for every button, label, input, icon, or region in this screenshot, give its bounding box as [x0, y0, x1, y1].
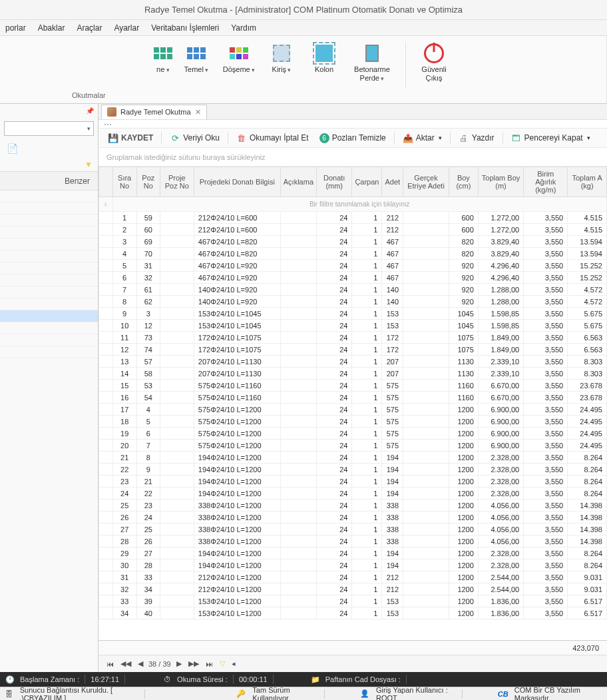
ribbon-kolon[interactable]: Kolon [305, 41, 343, 75]
table-row[interactable]: 31 33 212Φ24/10 L=1200 24 1 212 1200 2.5… [99, 571, 607, 583]
table-row[interactable]: 6 32 467Φ24/10 L=920 24 1 467 920 4.296,… [99, 272, 607, 284]
table-row[interactable]: 21 8 194Φ24/10 L=1200 24 1 194 1200 2.32… [99, 452, 607, 464]
table-row[interactable]: 14 58 207Φ24/10 L=1130 24 1 207 1130 2.3… [99, 368, 607, 380]
list-item[interactable] [0, 334, 98, 346]
table-row[interactable]: 19 6 575Φ24/10 L=1200 24 1 575 1200 6.90… [99, 428, 607, 440]
table-row[interactable]: 7 61 140Φ24/10 L=920 24 1 140 920 1.288,… [99, 284, 607, 296]
table-row[interactable]: 4 70 467Φ24/10 L=820 24 1 467 820 3.829,… [99, 248, 607, 260]
list-item[interactable] [0, 226, 98, 238]
col-carpan[interactable]: Çarpan [352, 167, 382, 197]
ribbon-ne[interactable]: ne [154, 41, 172, 75]
table-row[interactable]: 17 4 575Φ24/10 L=1200 24 1 575 1200 6.90… [99, 404, 607, 416]
col-poz[interactable]: Poz No [136, 167, 160, 197]
menu-item[interactable]: porlar [5, 23, 26, 33]
ribbon-doseme[interactable]: Döşeme [220, 41, 258, 75]
table-row[interactable]: 30 28 194Φ24/10 L=1200 24 1 194 1200 2.3… [99, 559, 607, 571]
ribbon-label: Kolon [315, 65, 333, 74]
list-item[interactable] [0, 346, 98, 358]
col-donati[interactable]: Donatı (mm) [317, 167, 352, 197]
side-dropdown[interactable]: ▾ [4, 121, 94, 136]
side-column-header[interactable]: Benzer [0, 172, 98, 190]
menu-item[interactable]: Araçlar [77, 23, 102, 33]
col-aciklama[interactable]: Açıklama [280, 167, 316, 197]
col-birim[interactable]: Birim Ağırlık (kg/m) [524, 167, 568, 197]
table-row[interactable]: 26 24 338Φ24/10 L=1200 24 1 338 1200 4.0… [99, 512, 607, 524]
page-back-icon[interactable]: ◀ [136, 659, 144, 668]
table-row[interactable]: 11 73 172Φ24/10 L=1075 24 1 172 1075 1.8… [99, 332, 607, 344]
table-row[interactable]: 9 3 153Φ24/10 L=1045 24 1 153 1045 1.598… [99, 308, 607, 320]
ribbon-temel[interactable]: Temel [178, 41, 215, 75]
table-row[interactable]: 8 62 140Φ24/10 L=920 24 1 140 920 1.288,… [99, 296, 607, 308]
temizle-button[interactable]: 6Pozları Temizle [315, 132, 390, 145]
ribbon-cikis[interactable]: Güvenli Çıkış [415, 41, 453, 84]
list-item[interactable] [0, 190, 98, 202]
list-item[interactable] [0, 298, 98, 310]
paginator-filter-icon[interactable]: ▽ [218, 659, 226, 668]
col-bilgi[interactable]: Projedeki Donatı Bilgisi [194, 167, 280, 197]
table-row[interactable]: 28 26 338Φ24/10 L=1200 24 1 338 1200 4.0… [99, 535, 607, 547]
side-folder-icon[interactable]: 📄 [0, 140, 98, 157]
page-more-icon[interactable]: ◂ [230, 659, 237, 668]
col-toplam[interactable]: Toplam Boy (m) [478, 167, 523, 197]
kaydet-button[interactable]: 💾KAYDET [104, 131, 157, 145]
list-item[interactable] [0, 310, 98, 322]
list-item[interactable] [0, 214, 98, 226]
ribbon-perde[interactable]: Betonarme Perde [348, 41, 396, 84]
filter-icon[interactable]: ▼ [85, 160, 93, 169]
col-projepoz[interactable]: Proje Poz No [160, 167, 194, 197]
table-row[interactable]: 5 31 467Φ24/10 L=920 24 1 467 920 4.296,… [99, 260, 607, 272]
table-row[interactable]: 3 69 467Φ24/10 L=820 24 1 467 820 3.829,… [99, 236, 607, 248]
pin-icon[interactable]: 📌 [0, 104, 98, 117]
list-item[interactable] [0, 274, 98, 286]
table-row[interactable]: 29 27 194Φ24/10 L=1200 24 1 194 1200 2.3… [99, 547, 607, 559]
list-item[interactable] [0, 202, 98, 214]
tab-radye-temel[interactable]: Radye Temel Okutma ✕ [101, 105, 207, 119]
table-row[interactable]: 16 54 575Φ24/10 L=1160 24 1 575 1160 6.6… [99, 392, 607, 404]
table-row[interactable]: 22 9 194Φ24/10 L=1200 24 1 194 1200 2.32… [99, 464, 607, 476]
col-sira[interactable]: Sıra No [112, 167, 136, 197]
list-item[interactable] [0, 262, 98, 274]
table-row[interactable]: 18 5 575Φ24/10 L=1200 24 1 575 1200 6.90… [99, 416, 607, 428]
list-item[interactable] [0, 250, 98, 262]
table-row[interactable]: 27 25 338Φ24/10 L=1200 24 1 338 1200 4.0… [99, 524, 607, 535]
page-next-icon[interactable]: ▶ [175, 659, 183, 668]
tab-close-icon[interactable]: ✕ [195, 108, 201, 117]
table-row[interactable]: 13 57 207Φ24/10 L=1130 24 1 207 1130 2.3… [99, 356, 607, 368]
table-row[interactable]: 25 23 338Φ24/10 L=1200 24 1 338 1200 4.0… [99, 500, 607, 512]
page-fwd-icon[interactable]: ▶▶ [187, 659, 200, 668]
table-row[interactable]: 2 60 212Φ24/10 L=600 24 1 212 600 1.272,… [99, 224, 607, 236]
iptal-button[interactable]: 🗑Okumayı İptal Et [232, 131, 313, 145]
kapat-button[interactable]: 🗔Pencereyi Kapat▾ [507, 131, 594, 145]
yazdir-button[interactable]: 🖨Yazdır [455, 131, 499, 145]
table-row[interactable]: 15 53 575Φ24/10 L=1160 24 1 575 1160 6.6… [99, 380, 607, 392]
filter-row[interactable]: ♀Bir filitre tanımlamak için tıklayınız [99, 197, 607, 212]
menu-item[interactable]: Ayarlar [114, 23, 139, 33]
table-row[interactable]: 23 21 194Φ24/10 L=1200 24 1 194 1200 2.3… [99, 476, 607, 488]
list-item[interactable] [0, 286, 98, 298]
table-row[interactable]: 20 7 575Φ24/10 L=1200 24 1 575 1200 6.90… [99, 440, 607, 452]
table-row[interactable]: 1 59 212Φ24/10 L=600 24 1 212 600 1.272,… [99, 212, 607, 224]
col-etriye[interactable]: Gerçek Etriye Adeti [403, 167, 449, 197]
menu-item[interactable]: Veritabanı İşlemleri [151, 23, 219, 33]
list-item[interactable] [0, 322, 98, 334]
col-adet[interactable]: Adet [382, 167, 403, 197]
menu-item[interactable]: Yardım [231, 23, 256, 33]
list-item[interactable] [0, 238, 98, 250]
table-row[interactable]: 33 39 153Φ24/10 L=1200 24 1 153 1200 1.8… [99, 595, 607, 607]
ribbon-kiris[interactable]: Kiriş [263, 41, 300, 75]
col-boy[interactable]: Boy (cm) [449, 167, 478, 197]
table-row[interactable]: 10 12 153Φ24/10 L=1045 24 1 153 1045 1.5… [99, 320, 607, 332]
page-first-icon[interactable]: ⏮ [105, 660, 115, 668]
aktar-button[interactable]: 📤Aktar▾ [399, 131, 446, 145]
table-row[interactable]: 24 22 194Φ24/10 L=1200 24 1 194 1200 2.3… [99, 488, 607, 500]
menu-item[interactable]: Abaklar [38, 23, 65, 33]
veriyi-oku-button[interactable]: ⟳Veriyi Oku [166, 131, 224, 145]
page-last-icon[interactable]: ⏭ [204, 660, 214, 668]
table-row[interactable]: 34 40 153Φ24/10 L=1200 24 1 153 1200 1.8… [99, 607, 607, 619]
page-prev-icon[interactable]: ◀◀ [119, 659, 132, 668]
data-grid[interactable]: Sıra No Poz No Proje Poz No Projedeki Do… [99, 167, 607, 640]
col-agirlik[interactable]: Toplam A (kg) [568, 167, 607, 197]
table-row[interactable]: 32 34 212Φ24/10 L=1200 24 1 212 1200 2.5… [99, 583, 607, 595]
group-by-hint[interactable]: Gruplamak istediğiniz sütunu buraya sürü… [99, 148, 607, 167]
table-row[interactable]: 12 74 172Φ24/10 L=1075 24 1 172 1075 1.8… [99, 344, 607, 356]
